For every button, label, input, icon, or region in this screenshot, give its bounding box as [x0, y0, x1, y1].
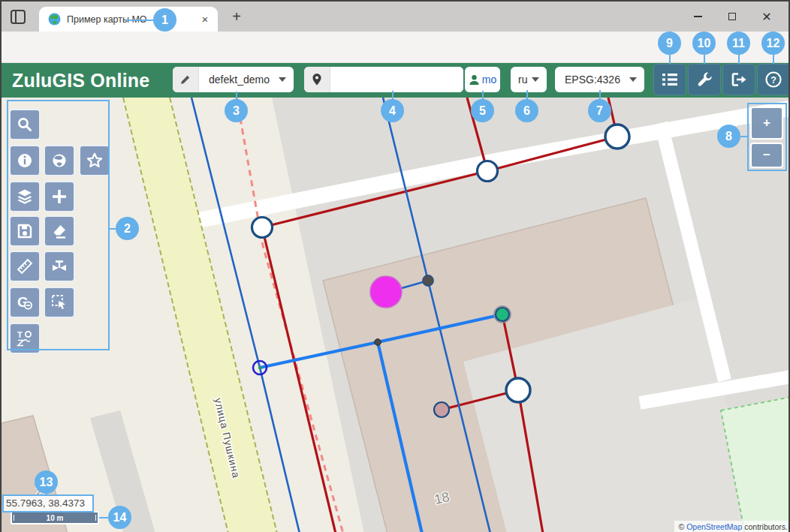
favorites-tool-button[interactable] [79, 145, 110, 176]
network-node-magenta-defect[interactable] [370, 276, 402, 308]
app-header: ZuluGIS Online defekt_demo mo ru [2, 63, 788, 98]
map-select-value: defekt_demo [199, 74, 270, 86]
network-node[interactable] [478, 161, 498, 182]
tab-layout-icon[interactable] [11, 10, 26, 24]
measure-tool-button[interactable] [9, 251, 41, 282]
projection-value: EPSG:4326 [555, 74, 620, 86]
map-select-control[interactable]: defekt_demo [173, 67, 294, 92]
help-button[interactable]: ? [757, 64, 790, 95]
info-icon [17, 152, 33, 169]
tab-close-icon[interactable]: × [198, 13, 212, 26]
layers-icon [16, 188, 34, 205]
network-node-small[interactable] [375, 339, 381, 346]
network-node[interactable] [252, 218, 273, 238]
projection-select[interactable]: EPSG:4326 [555, 67, 644, 92]
window-minimize-button[interactable] [680, 2, 715, 32]
language-select[interactable]: ru [511, 67, 547, 92]
window-close-button[interactable]: ✕ [749, 2, 784, 32]
browser-tab[interactable]: Пример карты МО × [39, 7, 218, 32]
map-attribution: © OpenStreetMap contributors. [674, 521, 790, 532]
network-node[interactable] [506, 378, 530, 402]
location-pin-icon[interactable] [304, 67, 330, 92]
user-button[interactable]: mo [465, 67, 500, 92]
address-search-input[interactable] [330, 67, 463, 92]
save-tool-button[interactable] [9, 215, 41, 247]
graph-g-icon: G [16, 293, 34, 311]
network-node-green[interactable] [496, 308, 509, 321]
address-search-control[interactable] [304, 67, 463, 92]
app-logo: ZuluGIS Online [12, 70, 149, 92]
legend-list-button[interactable] [653, 64, 686, 95]
browser-window: Пример карты МО × + ✕ Небезопасно zs.zu [0, 0, 790, 532]
globe-icon [51, 152, 68, 169]
select-cursor-icon [51, 294, 68, 311]
new-tab-button[interactable]: + [227, 9, 246, 26]
valve-tool-button[interactable] [44, 251, 75, 282]
network-node-gray[interactable] [423, 275, 433, 286]
scale-label: 10 m [47, 514, 64, 522]
map-canvas[interactable]: улица Пушкина 18 2 [2, 98, 790, 532]
save-icon [17, 223, 33, 239]
add-tool-button[interactable] [44, 181, 75, 212]
map-viewport[interactable]: улица Пушкина 18 2 [2, 98, 790, 532]
search-tool-button[interactable] [9, 109, 41, 140]
chevron-down-icon [279, 77, 286, 82]
exit-icon [731, 72, 747, 87]
info-tool-button[interactable] [9, 145, 41, 176]
window-maximize-button[interactable] [715, 2, 749, 32]
osm-link[interactable]: OpenStreetMap [686, 522, 742, 531]
text-symbols-icon: T [16, 329, 34, 347]
scale-bar: 10 m [11, 511, 99, 524]
user-person-icon [469, 74, 480, 86]
plus-icon [51, 188, 68, 205]
edit-pencil-icon[interactable] [173, 67, 199, 92]
chevron-down-icon [532, 77, 539, 82]
help-icon: ? [764, 71, 782, 89]
language-value: ru [511, 74, 527, 86]
labels-symbols-tool-button[interactable]: T [9, 323, 41, 354]
map-block [90, 410, 155, 532]
zoom-out-button[interactable]: − [750, 143, 783, 168]
wrench-icon [696, 71, 713, 88]
favicon-globe-icon [48, 13, 61, 26]
svg-text:?: ? [770, 75, 776, 86]
user-name: mo [482, 74, 496, 86]
network-node[interactable] [605, 125, 629, 149]
graph-tool-button[interactable]: G [9, 287, 41, 318]
valve-icon [50, 258, 68, 275]
zoom-in-button[interactable]: + [750, 107, 783, 140]
network-node-pink[interactable] [434, 402, 449, 417]
list-icon [662, 72, 678, 87]
tab-title: Пример карты МО [67, 14, 198, 25]
chevron-down-icon [629, 77, 637, 82]
globe-tool-button[interactable] [44, 145, 75, 176]
svg-text:T: T [17, 330, 23, 339]
erase-tool-button[interactable] [44, 215, 75, 247]
address-bar: Небезопасно zs.zulugis.ru:6473/ZuluWeb/#… [2, 32, 788, 63]
ruler-icon [16, 257, 34, 275]
network-node-ring-center [258, 366, 261, 369]
tab-strip: Пример карты МО × + ✕ [2, 2, 788, 32]
layers-tool-button[interactable] [9, 181, 41, 212]
cursor-coordinates: 55.7963, 38.4373 [3, 496, 92, 512]
tools-button[interactable] [688, 64, 721, 95]
map-street [123, 98, 277, 532]
logout-button[interactable] [722, 64, 755, 95]
star-icon [86, 152, 104, 169]
select-area-tool-button[interactable] [44, 287, 75, 318]
eraser-icon [51, 223, 68, 239]
